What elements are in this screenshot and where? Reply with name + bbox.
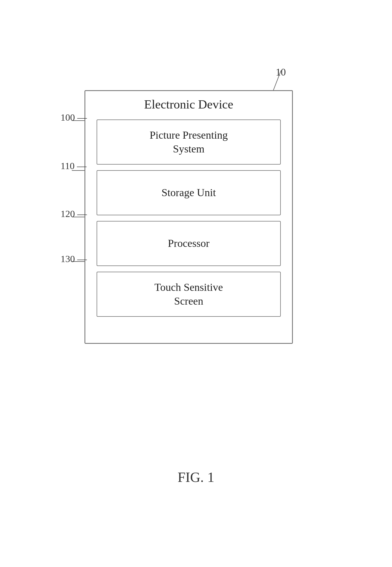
outer-box: Electronic Device Picture PresentingSyst… xyxy=(84,90,293,344)
figure-label: FIG. 1 xyxy=(0,469,392,485)
picture-presenting-system-label: Picture PresentingSystem xyxy=(150,128,228,156)
ref-130-label: 130 — xyxy=(61,254,87,264)
touch-sensitive-screen-box: Touch SensitiveScreen xyxy=(97,272,281,317)
outer-box-title: Electronic Device xyxy=(85,91,292,117)
inner-boxes-container: Picture PresentingSystem Storage Unit Pr… xyxy=(85,117,292,325)
touch-sensitive-screen-label: Touch SensitiveScreen xyxy=(154,280,223,308)
ref-120-label: 120 — xyxy=(61,209,87,219)
processor-box: Processor xyxy=(97,221,281,266)
diagram-container: 10 Electronic Device Picture PresentingS… xyxy=(56,51,310,361)
ref-10-label: 10 xyxy=(276,66,286,78)
processor-label: Processor xyxy=(168,236,210,250)
ref-100-label: 100 — xyxy=(61,112,87,123)
storage-unit-box: Storage Unit xyxy=(97,170,281,215)
ref-110-label: 110 — xyxy=(61,161,86,171)
storage-unit-label: Storage Unit xyxy=(161,186,216,200)
picture-presenting-system-box: Picture PresentingSystem xyxy=(97,119,281,165)
